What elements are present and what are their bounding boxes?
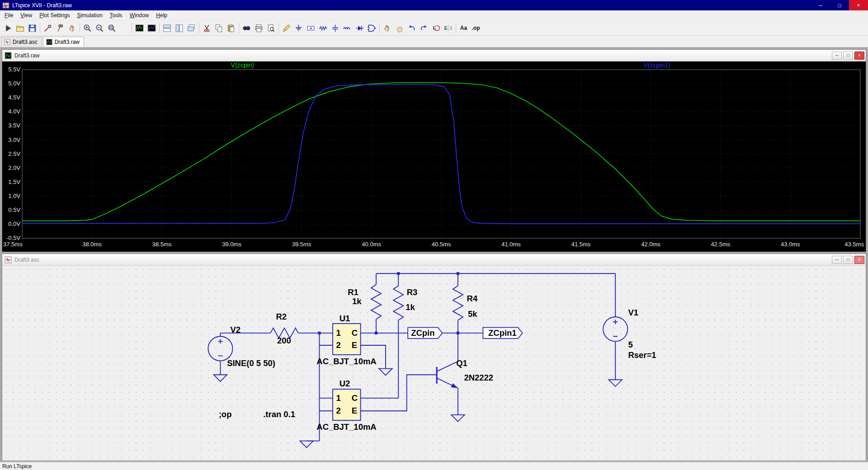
comment-directive[interactable]: ;op — [219, 409, 232, 419]
copy-button[interactable] — [213, 22, 225, 34]
trace-label-V(zcpin1)[interactable]: V(zcpin1) — [643, 61, 670, 69]
waveform-minimize-button[interactable]: ─ — [832, 52, 842, 60]
probe-cursor-button[interactable] — [42, 22, 54, 34]
window-minimize-button[interactable]: ─ — [811, 0, 830, 10]
cut-button[interactable] — [201, 22, 213, 34]
find-button[interactable] — [241, 22, 253, 34]
net-label-zcpin1[interactable]: ZCpin1 — [483, 328, 522, 339]
move-button[interactable] — [381, 22, 393, 34]
undo-button[interactable] — [406, 22, 418, 34]
r1-value[interactable]: 1k — [352, 296, 362, 306]
run-button[interactable] — [2, 22, 14, 34]
menu-plot-settings[interactable]: Plot Settings — [36, 11, 73, 19]
tile-horizontal-button[interactable] — [161, 22, 173, 34]
ic-U1-symbol[interactable]: 1 C 2 E — [333, 324, 361, 355]
r1-designator[interactable]: R1 — [348, 287, 359, 297]
titlebar[interactable]: LTspice XVII - Draft3.raw ─ □ × — [0, 0, 868, 10]
r3-value[interactable]: 1k — [406, 302, 415, 312]
r4-value[interactable]: 5k — [468, 309, 477, 319]
zoom-clear-button[interactable] — [118, 22, 130, 34]
x-tick-label: 41.5ms — [571, 241, 591, 248]
ic-U2-symbol[interactable]: 1 C 2 E — [333, 389, 361, 420]
print-preview-button[interactable] — [265, 22, 277, 34]
menu-file[interactable]: File — [1, 11, 17, 19]
open-button[interactable] — [14, 22, 26, 34]
schematic-minimize-button[interactable]: ─ — [832, 256, 842, 264]
v1-designator[interactable]: V1 — [628, 308, 639, 317]
menu-view[interactable]: View — [17, 11, 36, 19]
schematic-canvas[interactable]: 1 C 2 E 1 C 2 E — [2, 266, 866, 461]
control-panel-button[interactable] — [54, 22, 66, 34]
spice-directive[interactable]: .tran 0.1 — [263, 409, 295, 419]
u2-designator[interactable]: U2 — [340, 379, 350, 388]
trace-label-V(zcpin)[interactable]: V(zcpin) — [231, 61, 254, 69]
pan-button[interactable] — [66, 22, 78, 34]
x-tick-label: 41.0ms — [501, 241, 521, 248]
plot-settings-button[interactable] — [146, 22, 158, 34]
waveform-window-titlebar[interactable]: Draft3.raw ─ □ × — [2, 50, 866, 61]
net-label-zcpin[interactable]: ZCpin — [408, 328, 442, 339]
tab-draft3.asc[interactable]: Draft3.asc — [1, 37, 42, 47]
waveform-close-button[interactable]: × — [854, 52, 864, 60]
x-tick-label: 39.5ms — [292, 241, 311, 248]
component-button[interactable] — [366, 22, 378, 34]
tile-vertical-button[interactable] — [173, 22, 185, 34]
resistor-button[interactable] — [317, 22, 329, 34]
waveform-restore-button[interactable]: □ — [843, 52, 853, 60]
u1-value[interactable]: AC_BJT_10mA — [316, 357, 376, 366]
zoom-out-button[interactable] — [94, 22, 106, 34]
text-button[interactable]: Aa — [458, 22, 470, 34]
v2-designator[interactable]: V2 — [231, 325, 241, 334]
u2-value[interactable]: AC_BJT_10mA — [316, 422, 376, 432]
label-net-button[interactable]: A — [305, 22, 317, 34]
v2-value[interactable]: SINE(0 5 50) — [227, 358, 275, 368]
save-button[interactable] — [26, 22, 38, 34]
window-close-button[interactable]: × — [849, 0, 868, 10]
menu-help[interactable]: Help — [152, 11, 171, 19]
waveform-plot-svg[interactable]: 5.5V5.0V4.5V4.0V3.5V3.0V2.5V2.0V1.5V1.0V… — [2, 61, 866, 252]
r4-designator[interactable]: R4 — [467, 294, 478, 303]
toolbar: AEEƎAa.op — [0, 20, 868, 36]
schematic-close-button[interactable]: × — [854, 256, 864, 264]
toolbar-separator — [40, 23, 40, 33]
schematic-restore-button[interactable]: □ — [843, 256, 853, 264]
u2-pin2-label: 2 — [336, 406, 340, 415]
ground-button[interactable] — [292, 22, 305, 34]
cascade-button[interactable] — [185, 22, 198, 34]
rotate-button[interactable]: E — [430, 22, 442, 34]
u1-designator[interactable]: U1 — [340, 314, 350, 323]
zoom-in-button[interactable] — [81, 22, 94, 34]
inductor-button[interactable] — [341, 22, 354, 34]
v1-value[interactable]: 5 — [628, 340, 633, 349]
waveform-plot-area[interactable]: 5.5V5.0V4.5V4.0V3.5V3.0V2.5V2.0V1.5V1.0V… — [2, 61, 866, 252]
print-button[interactable] — [253, 22, 265, 34]
net-label-zcpin-text: ZCpin — [411, 328, 434, 338]
schematic-window-titlebar[interactable]: Draft3.asc ─ □ × — [2, 254, 866, 266]
q1-value[interactable]: 2N2222 — [464, 373, 493, 382]
schematic-editor-area[interactable]: 1 C 2 E 1 C 2 E — [2, 266, 866, 461]
schematic-background[interactable] — [2, 266, 866, 461]
fft-button[interactable] — [133, 22, 146, 34]
x-tick-label: 42.5ms — [711, 241, 731, 248]
q1-designator[interactable]: Q1 — [456, 358, 467, 368]
paste-button[interactable] — [225, 22, 237, 34]
window-controls: ─ □ × — [811, 0, 868, 10]
capacitor-button[interactable] — [329, 22, 341, 34]
r2-value[interactable]: 200 — [277, 336, 291, 345]
menu-window[interactable]: Window — [126, 11, 153, 19]
tab-draft3.raw[interactable]: Draft3.raw — [43, 37, 84, 47]
mdi-area: Draft3.raw ─ □ × 5.5V5.0V4.5V4.0V3.5V3.0… — [0, 47, 868, 462]
window-maximize-button[interactable]: □ — [830, 0, 849, 10]
wire-button[interactable] — [280, 22, 292, 34]
v1-value2[interactable]: Rser=1 — [628, 350, 656, 360]
diode-button[interactable] — [354, 22, 366, 34]
r2-designator[interactable]: R2 — [276, 312, 287, 321]
drag-button[interactable] — [393, 22, 406, 34]
zoom-fit-button[interactable] — [106, 22, 118, 34]
mirror-button[interactable]: EƎ — [442, 22, 454, 34]
spice-directive-button[interactable]: .op — [470, 22, 482, 34]
menu-tools[interactable]: Tools — [106, 11, 126, 19]
redo-button[interactable] — [418, 22, 430, 34]
menu-simulation[interactable]: Simulation — [74, 11, 106, 19]
r3-designator[interactable]: R3 — [407, 287, 418, 297]
